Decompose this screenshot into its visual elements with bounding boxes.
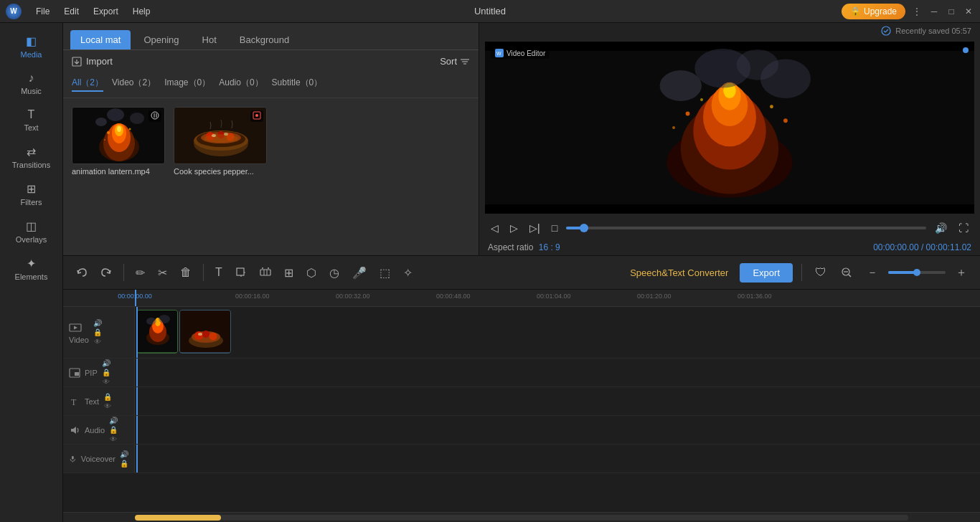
maximize-button[interactable]: □: [946, 6, 957, 17]
close-button[interactable]: ✕: [963, 6, 974, 17]
recently-saved-text: Recently saved 05:57: [895, 27, 971, 35]
svg-rect-51: [237, 268, 244, 275]
audio-track-label: Audio 🔊 🔒 👁: [63, 416, 135, 444]
import-button[interactable]: Import: [72, 56, 113, 67]
sidebar-item-elements[interactable]: ✦ Elements: [3, 251, 60, 287]
menu-more-button[interactable]: ⋮: [911, 6, 923, 17]
sidebar-item-overlays[interactable]: ◫ Overlays: [3, 214, 60, 250]
add-clip-button[interactable]: [255, 264, 275, 281]
play-button[interactable]: ▷: [507, 221, 521, 235]
voiceover-volume-btn[interactable]: 🔊: [120, 450, 128, 458]
delete-button[interactable]: 🗑: [176, 263, 196, 282]
pip-track-content[interactable]: [135, 359, 980, 386]
media-item-cook[interactable]: Cook species pepper...: [174, 107, 267, 176]
zoom-plus-button[interactable]: ＋: [951, 262, 971, 283]
svg-point-14: [107, 131, 110, 134]
voiceover-track-content[interactable]: [135, 445, 980, 473]
sidebar-item-media[interactable]: ◧ Media: [3, 29, 60, 65]
audio-eye-btn[interactable]: 👁: [109, 435, 118, 443]
sidebar-item-music[interactable]: ♪ Music: [3, 66, 60, 101]
video-lock-btn[interactable]: 🔒: [93, 328, 102, 336]
fullscreen-button[interactable]: ⛶: [956, 221, 971, 235]
text-tool-button[interactable]: T: [211, 263, 227, 282]
crop-button[interactable]: [231, 264, 251, 281]
timeline-scrollbar[interactable]: [63, 512, 980, 522]
menu-edit[interactable]: Edit: [58, 5, 85, 18]
sidebar-item-text[interactable]: T Text: [3, 103, 60, 138]
media-icon: ◧: [26, 34, 37, 48]
corner-indicator: [963, 47, 969, 53]
video-track-row: Video 🔊 🔒 👁: [63, 307, 980, 359]
music-icon: ♪: [29, 72, 34, 85]
tab-hot[interactable]: Hot: [192, 30, 227, 49]
video-track-controls: 🔊 🔒 👁: [93, 319, 102, 346]
pip-track-name: PIP: [85, 369, 98, 377]
svg-point-74: [209, 333, 217, 341]
redo-button[interactable]: [96, 264, 116, 281]
sidebar-item-transitions[interactable]: ⇄ Transitions: [3, 139, 60, 175]
video-track-content[interactable]: [135, 307, 980, 358]
text-icon: T: [28, 108, 35, 121]
tab-background[interactable]: Background: [230, 30, 299, 49]
scroll-track: [135, 515, 908, 521]
text-lock-btn[interactable]: 🔒: [103, 393, 112, 401]
filter-subtitle[interactable]: Subtitle（0）: [272, 75, 323, 92]
audio-lock-btn[interactable]: 🔒: [109, 426, 118, 434]
filter-audio[interactable]: Audio（0）: [219, 75, 263, 92]
minimize-button[interactable]: ─: [928, 6, 940, 17]
menu-help[interactable]: Help: [127, 5, 156, 18]
audio-volume-btn[interactable]: 🔊: [109, 417, 118, 424]
timeline-ruler: 00:00:00.00 00:00:16.00 00:00:32.00 00:0…: [63, 290, 980, 307]
microphone-button[interactable]: 🎤: [348, 263, 371, 283]
menu-file[interactable]: File: [30, 5, 55, 18]
video-clip-cook[interactable]: [179, 310, 231, 353]
effects-button[interactable]: ✧: [399, 263, 417, 283]
rewind-button[interactable]: ◁: [488, 221, 501, 235]
sidebar-item-filters[interactable]: ⊞ Filters: [3, 176, 60, 212]
text-eye-btn[interactable]: 👁: [103, 402, 112, 410]
video-eye-btn[interactable]: 👁: [93, 338, 102, 346]
timer-button[interactable]: ◷: [325, 263, 344, 283]
zoom-out-button[interactable]: [837, 264, 857, 281]
text-track-row: T Text 🔒 👁: [63, 387, 980, 416]
screenshot-button[interactable]: ⬚: [375, 263, 395, 283]
tab-local-mat[interactable]: Local mat: [70, 30, 131, 49]
video-volume-btn[interactable]: 🔊: [93, 319, 102, 327]
svg-point-46: [672, 126, 675, 129]
fast-forward-button[interactable]: ▷|: [527, 221, 543, 235]
video-clip-flame[interactable]: [136, 310, 178, 353]
text-track-content[interactable]: [135, 387, 980, 415]
cut-button[interactable]: ✂: [154, 263, 171, 283]
pip-volume-btn[interactable]: 🔊: [102, 359, 110, 367]
zoom-minus-button[interactable]: －: [862, 262, 882, 283]
grid-button[interactable]: ⊞: [280, 263, 298, 283]
undo-button[interactable]: [72, 264, 92, 281]
volume-button[interactable]: 🔊: [932, 221, 950, 235]
sort-button[interactable]: Sort: [440, 56, 470, 67]
pen-tool-button[interactable]: ✏: [131, 263, 149, 283]
tab-opening[interactable]: Opening: [133, 30, 189, 49]
voiceover-lock-btn[interactable]: 🔒: [120, 460, 128, 468]
svg-marker-61: [74, 326, 77, 329]
media-item-flame[interactable]: animation lantern.mp4: [72, 107, 165, 176]
filter-image[interactable]: Image（0）: [164, 75, 210, 92]
monitor-button[interactable]: ⬡: [302, 263, 321, 283]
media-toolbar: Import Sort: [63, 50, 479, 72]
shield-button[interactable]: 🛡: [811, 263, 831, 282]
scroll-thumb[interactable]: [135, 515, 221, 521]
pip-lock-btn[interactable]: 🔒: [102, 369, 110, 376]
menu-export[interactable]: Export: [88, 5, 124, 18]
pip-eye-btn[interactable]: 👁: [102, 378, 110, 386]
media-thumb-flame: [72, 107, 165, 164]
stop-button[interactable]: □: [549, 221, 560, 235]
progress-thumb: [580, 224, 588, 232]
zoom-slider[interactable]: [888, 271, 946, 274]
audio-track-content[interactable]: [135, 416, 980, 444]
export-button[interactable]: Export: [740, 263, 793, 283]
ruler-mark-3: 00:00:48.00: [436, 293, 471, 300]
filter-all[interactable]: All（2）: [72, 75, 103, 92]
progress-bar[interactable]: [566, 227, 926, 229]
speech-text-button[interactable]: Speech&Text Converter: [624, 265, 734, 281]
upgrade-button[interactable]: 🔒 Upgrade: [842, 4, 905, 19]
filter-video[interactable]: Video（2）: [112, 75, 156, 92]
